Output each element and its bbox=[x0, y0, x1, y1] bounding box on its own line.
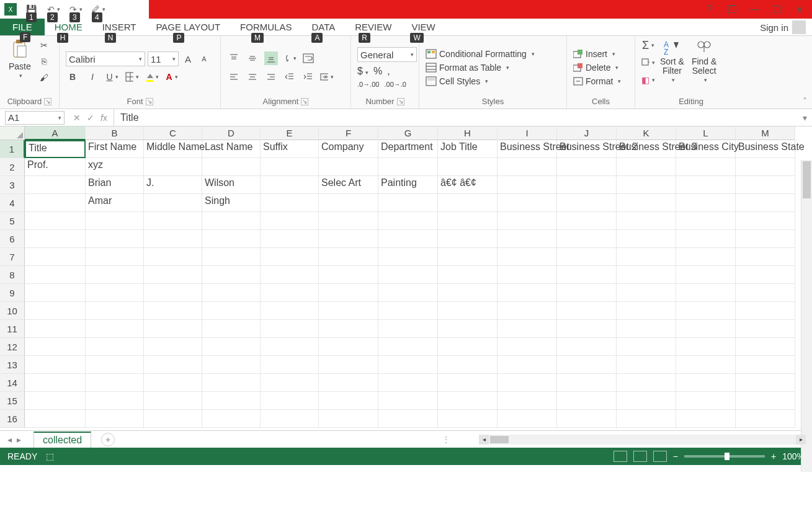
cell[interactable] bbox=[144, 158, 202, 176]
row-header[interactable]: 2 bbox=[0, 158, 25, 176]
cell[interactable] bbox=[676, 410, 736, 428]
close-icon[interactable]: ✕ bbox=[792, 4, 806, 16]
cell[interactable] bbox=[736, 356, 795, 374]
cell[interactable]: J. bbox=[144, 176, 202, 194]
cell[interactable] bbox=[319, 194, 378, 212]
cell[interactable] bbox=[319, 338, 378, 356]
cell[interactable] bbox=[25, 320, 86, 338]
cell[interactable] bbox=[202, 392, 261, 410]
clear-icon[interactable]: ◧▾ bbox=[641, 73, 655, 87]
row-header[interactable]: 1 bbox=[0, 140, 25, 158]
zoom-out-icon[interactable]: − bbox=[673, 451, 678, 461]
cell[interactable] bbox=[438, 158, 497, 176]
tab-formulas[interactable]: FORMULASM bbox=[230, 19, 301, 35]
cell[interactable] bbox=[617, 320, 676, 338]
fx-icon[interactable]: fx bbox=[100, 113, 107, 123]
column-header[interactable]: H bbox=[438, 126, 497, 140]
cell[interactable]: Job Title bbox=[438, 140, 497, 158]
cell[interactable] bbox=[497, 212, 557, 230]
accounting-icon[interactable]: $▾ bbox=[357, 66, 368, 77]
cell[interactable]: Business State bbox=[736, 140, 795, 158]
cell[interactable] bbox=[497, 158, 557, 176]
cell[interactable] bbox=[261, 230, 319, 248]
cell[interactable] bbox=[378, 302, 438, 320]
zoom-slider[interactable] bbox=[684, 455, 765, 458]
cell[interactable] bbox=[86, 374, 144, 392]
row-header[interactable]: 5 bbox=[0, 212, 25, 230]
cell[interactable] bbox=[617, 176, 676, 194]
maximize-icon[interactable]: ☐ bbox=[770, 4, 783, 16]
qat-redo[interactable]: ↷▾3 bbox=[67, 2, 84, 16]
cell[interactable]: Company bbox=[319, 140, 378, 158]
align-bottom-icon[interactable] bbox=[264, 51, 278, 65]
find-select-button[interactable]: Find & Select▾ bbox=[689, 38, 719, 84]
cell[interactable]: Amar bbox=[86, 194, 144, 212]
cell[interactable] bbox=[319, 302, 378, 320]
increase-indent-icon[interactable] bbox=[301, 70, 315, 84]
row-header[interactable]: 16 bbox=[0, 410, 25, 428]
expand-formula-icon[interactable]: ▾ bbox=[798, 113, 812, 123]
cell[interactable] bbox=[378, 284, 438, 302]
vertical-scrollbar[interactable] bbox=[801, 160, 812, 472]
cell[interactable] bbox=[25, 302, 86, 320]
cell[interactable] bbox=[676, 356, 736, 374]
cell[interactable] bbox=[319, 158, 378, 176]
cell[interactable] bbox=[676, 302, 736, 320]
cell[interactable] bbox=[676, 374, 736, 392]
cell[interactable] bbox=[378, 338, 438, 356]
grow-font-icon[interactable]: A bbox=[181, 52, 195, 66]
cell[interactable] bbox=[736, 194, 795, 212]
cell[interactable] bbox=[86, 338, 144, 356]
cell[interactable] bbox=[202, 248, 261, 266]
cell[interactable] bbox=[736, 248, 795, 266]
row-header[interactable]: 12 bbox=[0, 338, 25, 356]
cell[interactable] bbox=[144, 302, 202, 320]
cell[interactable] bbox=[202, 338, 261, 356]
view-normal-icon[interactable] bbox=[613, 451, 627, 462]
cell[interactable] bbox=[378, 392, 438, 410]
cell[interactable] bbox=[319, 230, 378, 248]
minimize-icon[interactable]: — bbox=[747, 4, 761, 15]
cell[interactable] bbox=[319, 356, 378, 374]
cell[interactable] bbox=[261, 194, 319, 212]
dialog-launcher-icon[interactable]: ↘ bbox=[44, 98, 51, 105]
cell[interactable] bbox=[438, 320, 497, 338]
column-header[interactable]: I bbox=[497, 126, 557, 140]
cell[interactable] bbox=[617, 212, 676, 230]
row-header[interactable]: 10 bbox=[0, 302, 25, 320]
column-header[interactable]: C bbox=[144, 126, 202, 140]
cell-styles-button[interactable]: Cell Styles▾ bbox=[426, 76, 488, 86]
cell[interactable] bbox=[86, 212, 144, 230]
cell[interactable] bbox=[676, 284, 736, 302]
cell[interactable] bbox=[25, 266, 86, 284]
cell[interactable] bbox=[319, 320, 378, 338]
cell[interactable] bbox=[202, 158, 261, 176]
cell[interactable] bbox=[202, 230, 261, 248]
cell[interactable] bbox=[261, 248, 319, 266]
cell[interactable] bbox=[378, 266, 438, 284]
cell[interactable] bbox=[86, 320, 144, 338]
cell[interactable] bbox=[319, 248, 378, 266]
cell[interactable] bbox=[378, 212, 438, 230]
cell[interactable] bbox=[144, 212, 202, 230]
cell[interactable]: Painting bbox=[378, 176, 438, 194]
cell[interactable] bbox=[497, 248, 557, 266]
cell[interactable] bbox=[557, 320, 617, 338]
cell[interactable] bbox=[25, 230, 86, 248]
merge-center-icon[interactable]: ▾ bbox=[320, 70, 334, 84]
cell[interactable] bbox=[438, 194, 497, 212]
cell[interactable] bbox=[497, 356, 557, 374]
cell[interactable] bbox=[736, 302, 795, 320]
cell[interactable]: â€¢ â€¢ bbox=[438, 176, 497, 194]
cell[interactable]: Business Street 2 bbox=[557, 140, 617, 158]
cell[interactable] bbox=[86, 230, 144, 248]
wrap-text-icon[interactable] bbox=[301, 51, 315, 65]
row-header[interactable]: 3 bbox=[0, 176, 25, 194]
cell[interactable] bbox=[557, 284, 617, 302]
cell[interactable] bbox=[261, 266, 319, 284]
increase-decimal-icon[interactable]: .0→.00 bbox=[357, 81, 379, 88]
cell[interactable] bbox=[557, 338, 617, 356]
cell[interactable] bbox=[676, 392, 736, 410]
sheet-prev-icon[interactable]: ◂ bbox=[7, 435, 12, 445]
cell[interactable] bbox=[676, 338, 736, 356]
